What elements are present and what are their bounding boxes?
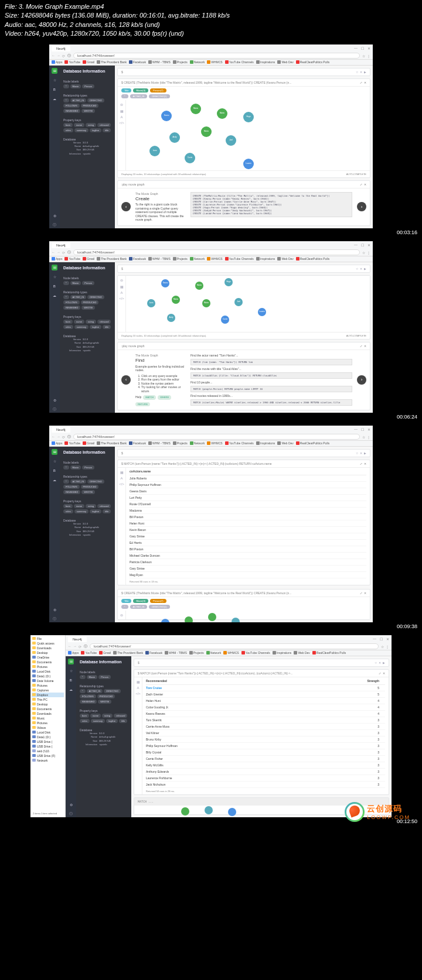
meta-video: Video: h264, yuv420p, 1280x720, 1050 kb/…	[5, 29, 417, 38]
star-rail-icon[interactable]: ☆	[52, 77, 57, 83]
table-row: Madonna	[130, 508, 366, 514]
lock-icon: ⓘ	[67, 53, 71, 59]
guide-panel: :play movie graph⤢✕ ‹ The Movie Graph Cr…	[117, 180, 370, 226]
close-icon[interactable]: ✕	[367, 46, 370, 50]
table-row: Carrie Fisher3	[146, 756, 385, 762]
cypher-editor[interactable]: $ ☆✕▶	[117, 68, 370, 76]
table-row: Val Kilmer3	[146, 730, 385, 736]
table-row: Philip Seymour Hoffman3	[146, 743, 385, 749]
code-block[interactable]: CREATE (TheMatrix:Movie {title:"The Matr…	[190, 192, 352, 217]
sidebar-title: Database Information	[63, 69, 111, 73]
file-tree-item[interactable]: Local Disk	[32, 730, 64, 735]
result-panel: $ CREATE (TheMatrix:Movie {title:"The Ma…	[117, 78, 370, 178]
table-row: Helen Hunt4	[146, 698, 385, 704]
file-tree-item[interactable]: web (\\10.	[32, 749, 64, 753]
sidebar: Database Information Node labels * Movie…	[60, 66, 115, 228]
file-tree-item[interactable]: Music	[32, 716, 64, 721]
file-tree-item[interactable]: Downloads	[32, 711, 64, 716]
table-row: Geena Davis	[130, 488, 366, 495]
bookmark-bar: Apps YouTube Gmail The Provident Bank Fa…	[49, 60, 373, 66]
table-row: Jack Nicholson3	[146, 782, 385, 788]
watermark: 云创源码 LOOWP.COM	[345, 802, 410, 822]
info-icon[interactable]: ⓘ	[52, 222, 57, 228]
database-icon[interactable]: ⊞	[52, 68, 57, 74]
browser-window: Neo4j —☐✕ ←→⟳ ⓘ localhost:7474/browser/ …	[49, 44, 373, 228]
file-tree-item[interactable]: Data1 (D:)	[32, 674, 64, 679]
watermark-logo-icon	[345, 802, 365, 822]
file-tree-item[interactable]: Desktop	[32, 650, 64, 655]
file-tree-item[interactable]: OneDrive	[32, 655, 64, 660]
table-row: Lori Petty	[130, 495, 366, 501]
browser-tab[interactable]: Neo4j	[52, 46, 70, 52]
address-bar: ←→⟳ ⓘ localhost:7474/browser/ ☆⋮	[49, 53, 373, 60]
file-tree-item[interactable]: Local Disk	[32, 669, 64, 674]
file-tree-item[interactable]: Desktop	[32, 702, 64, 707]
doc-rail-icon[interactable]: 🗎	[52, 87, 57, 92]
browser-window: Neo4j—☐✕ ←→⟳ⓘlocalhost:7474/browser/☆⋮ A…	[49, 241, 373, 413]
file-tree-item[interactable]: USB Drive (	[32, 739, 64, 744]
file-tree-item[interactable]: Network	[32, 758, 64, 763]
table-row: Julia Roberts	[130, 475, 366, 482]
file-tree-item[interactable]: Pictures	[32, 721, 64, 725]
grid-view-icon[interactable]: ▦	[120, 109, 124, 113]
prev-button[interactable]: ‹	[121, 202, 131, 211]
file-tree-item[interactable]: Data Volume	[32, 679, 64, 683]
min-icon[interactable]: —	[354, 46, 358, 50]
browser-window: FileQuick accessDownloadsDesktopOneDrive…	[30, 635, 392, 817]
meta-size: Size: 142688046 bytes (136.08 MiB), dura…	[5, 11, 417, 20]
result-table: coActors.name Julia RobertsPhilip Seymou…	[126, 468, 370, 585]
table-row: Zach Grenier5	[146, 691, 385, 698]
file-tree-item[interactable]: Data1 (D:)	[32, 735, 64, 739]
table-row: Helen Hunt	[130, 520, 366, 527]
table-row: Bruno Kirby3	[146, 736, 385, 743]
file-tree-item[interactable]: Documents	[32, 707, 64, 711]
menu-icon[interactable]: ⋮	[367, 54, 370, 58]
star-icon[interactable]: ☆	[362, 54, 365, 58]
table-row: Meg Ryan	[130, 572, 366, 578]
file-tree-item[interactable]: Downloads	[32, 646, 64, 650]
fwd-icon[interactable]: →	[57, 54, 60, 58]
reload-icon[interactable]: ⟳	[62, 54, 65, 58]
file-tree-item[interactable]: Pictures	[32, 683, 64, 688]
file-tree-item[interactable]: USB Drive (F)	[32, 753, 64, 758]
file-tree-item[interactable]: File	[32, 636, 64, 641]
table-row: Bill Paxton	[130, 514, 366, 520]
gear-icon[interactable]: ⚙	[52, 213, 57, 219]
cloud-rail-icon[interactable]: ☁	[52, 96, 57, 102]
table-row: Philip Seymour Hoffman	[130, 482, 366, 488]
table-row: Patricia Clarkson	[130, 559, 366, 566]
titlebar: Neo4j —☐✕	[49, 44, 373, 53]
nav-rail: ⊞ ☆ 🗎 ☁ ⚙ ⓘ	[49, 66, 60, 228]
result-table: RecommendedStrength Tom Cruise5Zach Gren…	[142, 677, 389, 794]
table-row: Rosie O'Donnell	[130, 501, 366, 508]
table-row: Laurence Fishburne3	[146, 775, 385, 782]
graph-view-icon[interactable]: ⊚	[120, 102, 123, 107]
table-row: Kevin Bacon	[130, 527, 366, 533]
clear-icon[interactable]: ✕	[360, 70, 362, 74]
main-area: $ ☆✕▶ $ CREATE (TheMatrix:Movie {title:"…	[115, 66, 373, 228]
table-row: Billy Crystal3	[146, 749, 385, 756]
file-explorer: FileQuick accessDownloadsDesktopOneDrive…	[30, 635, 66, 817]
play-icon[interactable]: ▶	[364, 70, 366, 74]
table-row: Tom Skerritt3	[146, 717, 385, 724]
url-input[interactable]: localhost:7474/browser/	[73, 53, 360, 59]
file-tree-item[interactable]: Quick access	[32, 641, 64, 646]
media-info: File: 3. Movie Graph Example.mp4 Size: 1…	[0, 0, 422, 41]
file-tree-item[interactable]: This PC	[32, 697, 64, 702]
table-row: Ed Harris	[130, 540, 366, 546]
file-tree-item[interactable]: Pictures	[32, 664, 64, 669]
next-button[interactable]: ›	[357, 202, 366, 211]
file-tree-item[interactable]: USB Drive (	[32, 744, 64, 749]
star-icon[interactable]: ☆	[356, 70, 358, 74]
max-icon[interactable]: ☐	[361, 46, 364, 50]
table-row: Anthony Edwards3	[146, 769, 385, 775]
graph-viz[interactable]: Keanu Matrix Matrix Hugo Matrix Andy Lan…	[126, 100, 370, 170]
file-tree-item[interactable]: Dropbox	[32, 693, 64, 697]
meta-file: File: 3. Movie Graph Example.mp4	[5, 2, 417, 11]
table-row: Gary Sinise	[130, 566, 366, 572]
file-tree-item[interactable]: Captures	[32, 688, 64, 693]
file-tree-item[interactable]: Documents	[32, 660, 64, 664]
file-tree-item[interactable]: Videos	[32, 725, 64, 730]
back-icon[interactable]: ←	[52, 54, 55, 58]
table-row: Tom Cruise5	[146, 685, 385, 691]
